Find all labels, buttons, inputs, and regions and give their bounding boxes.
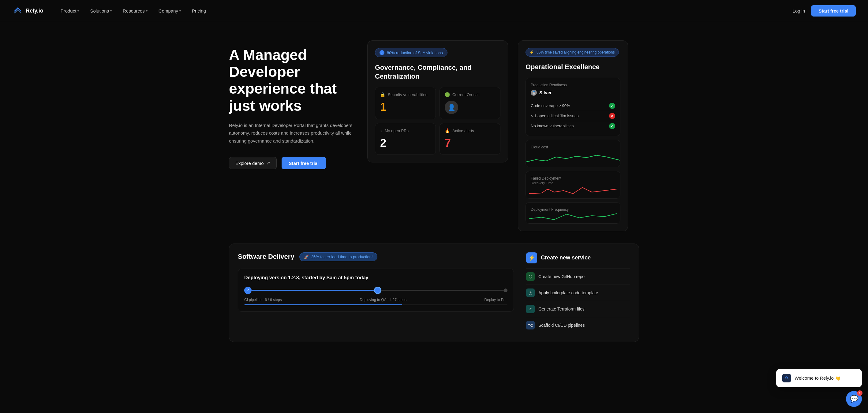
metrics-grid: 🔒 Security vulnerabilities 1 🟢 Current O… (375, 87, 500, 155)
silver-icon: 🥈 (531, 90, 537, 96)
check-pass-icon: ✓ (609, 103, 615, 109)
chat-bubble: Welcome to Rely.io 👋 (776, 369, 862, 387)
github-icon: ⬡ (526, 272, 535, 281)
chevron-down-icon: ▾ (78, 9, 79, 12)
nav-item-solutions[interactable]: Solutions ▾ (85, 6, 117, 16)
failed-deploy-title: Failed Deployment (531, 176, 615, 181)
delivery-header: Software Delivery 🚀 25% faster lead time… (238, 252, 514, 261)
navigation: Rely.io Product ▾ Solutions ▾ Resources … (0, 0, 868, 22)
oncall-icon: 🟢 (445, 92, 450, 97)
nav-item-product[interactable]: Product ▾ (56, 6, 84, 16)
nav-item-resources[interactable]: Resources ▾ (118, 6, 152, 16)
pipeline-progress-fill (244, 305, 402, 305)
hero-buttons: Explore demo ↗ Start free trial (229, 157, 358, 169)
nav-item-pricing[interactable]: Pricing (187, 6, 211, 16)
security-value: 1 (380, 101, 431, 114)
hero-title: A Managed Developer experience that just… (229, 46, 358, 114)
deploy-freq-box: Deployment Frequency (526, 202, 620, 224)
chat-widget: Welcome to Rely.io 👋 💬 1 (776, 369, 862, 407)
failed-deploy-chart (529, 185, 617, 197)
cloud-cost-box: Cloud cost (526, 140, 620, 167)
nav-links: Product ▾ Solutions ▾ Resources ▾ Compan… (56, 6, 793, 16)
service-item-cicd[interactable]: ⌥ Scaffold CI/CD pipelines (526, 317, 630, 333)
pipeline-step-active (374, 287, 381, 294)
lock-icon: 🔒 (380, 92, 385, 97)
metric-oncall: 🟢 Current On-call 👤 (439, 87, 500, 119)
nav-right: Log in Start free trial (793, 5, 856, 17)
pipeline-progress (244, 305, 507, 305)
failed-deploy-box: Failed Deployment Recovery Time (526, 171, 620, 198)
prod-readiness-title: Production Readiness (531, 83, 615, 87)
check-fail-icon: ✕ (609, 113, 615, 119)
service-title-text: Create new service (541, 255, 591, 261)
chevron-down-icon: ▾ (179, 9, 181, 12)
chat-open-button[interactable]: 💬 1 (846, 391, 862, 407)
pipeline-labels: CI pipeline - 6 / 6 steps Deploying to Q… (244, 298, 507, 302)
deploy-text: Deploying version 1.2.3, started by Sam … (244, 275, 507, 281)
alerts-value: 7 (445, 137, 495, 150)
chat-message: Welcome to Rely.io 👋 (795, 375, 841, 381)
delivery-left: Software Delivery 🚀 25% faster lead time… (238, 252, 514, 333)
metric-security: 🔒 Security vulnerabilities 1 (375, 87, 436, 119)
chat-logo (782, 374, 791, 382)
explore-demo-button[interactable]: Explore demo ↗ (229, 157, 277, 169)
rocket-icon: 🚀 (304, 255, 309, 259)
service-item-terraform[interactable]: ⟳ Generate Terraform files (526, 301, 630, 317)
metric-prs: ↕ My open PRs 2 (375, 123, 436, 155)
ops-badge-icon: ⚡ (529, 50, 534, 55)
cicd-icon: ⌥ (526, 321, 535, 329)
external-link-icon: ↗ (266, 160, 270, 166)
ops-title: Operational Excellence (526, 63, 620, 72)
governance-badge: ✓ 80% reduction of SLA violations (375, 48, 447, 57)
deploy-freq-chart (529, 211, 617, 222)
boilerplate-icon: ◎ (526, 288, 535, 297)
deploy-info-box: Deploying version 1.2.3, started by Sam … (238, 268, 514, 312)
pipeline-line-done (252, 290, 374, 291)
metric-header-alerts: 🔥 Active alerts (445, 128, 495, 133)
prod-readiness-box: Production Readiness 🥈 Silver Code cover… (526, 78, 620, 136)
check-vulnerabilities: No known vulnerabilities ✓ (531, 121, 615, 131)
pipeline-track: ✓ (244, 287, 507, 294)
login-link[interactable]: Log in (793, 8, 805, 13)
governance-title: Governance, Compliance, and Centralizati… (375, 63, 500, 81)
silver-text: Silver (539, 90, 552, 95)
fire-icon: 🔥 (445, 128, 450, 133)
chevron-down-icon: ▾ (146, 9, 148, 12)
metric-header-oncall: 🟢 Current On-call (445, 92, 495, 97)
chat-badge: 1 (857, 390, 863, 396)
pr-icon: ↕ (380, 128, 382, 133)
hero-trial-button[interactable]: Start free trial (282, 157, 326, 169)
pipeline-line-pending (381, 290, 504, 291)
hero-description: Rely.io is an Internal Developer Portal … (229, 122, 358, 145)
check-coverage: Code coverage ≥ 90% ✓ (531, 101, 615, 111)
logo-text: Rely.io (26, 8, 43, 14)
check-jira: < 1 open critical Jira issues ✕ (531, 111, 615, 121)
delivery-title: Software Delivery (238, 253, 294, 261)
metric-header-prs: ↕ My open PRs (380, 128, 431, 133)
operational-panel: ⚡ 85% time saved aligning engineering op… (518, 40, 628, 231)
start-trial-button[interactable]: Start free trial (811, 5, 856, 17)
chevron-down-icon: ▾ (110, 9, 112, 12)
metric-alerts: 🔥 Active alerts 7 (439, 123, 500, 155)
new-service-icon: ⚡ (526, 252, 537, 263)
delivery-badge: 🚀 25% faster lead time to production! (299, 252, 377, 261)
ops-badge: ⚡ 85% time saved aligning engineering op… (526, 48, 619, 57)
avatar: 👤 (445, 101, 458, 114)
main-content: A Managed Developer experience that just… (217, 22, 651, 244)
service-list-title: ⚡ Create new service (526, 252, 630, 263)
delivery-section: Software Delivery 🚀 25% faster lead time… (217, 244, 651, 354)
prs-value: 2 (380, 137, 431, 150)
logo[interactable]: Rely.io (12, 5, 43, 17)
terraform-icon: ⟳ (526, 305, 535, 313)
pipeline-step-pending (504, 288, 507, 292)
cloud-cost-chart (526, 150, 620, 167)
check-pass-icon-2: ✓ (609, 123, 615, 129)
hero-section: A Managed Developer experience that just… (229, 40, 358, 169)
delivery-right: ⚡ Create new service ⬡ Create new GitHub… (526, 252, 630, 333)
silver-badge: 🥈 Silver (531, 90, 615, 96)
nav-item-company[interactable]: Company ▾ (154, 6, 186, 16)
governance-panel: ✓ 80% reduction of SLA violations Govern… (367, 40, 508, 162)
cloud-cost-title: Cloud cost (531, 145, 615, 149)
service-item-github[interactable]: ⬡ Create new GitHub repo (526, 268, 630, 285)
service-item-boilerplate[interactable]: ◎ Apply boilerplate code template (526, 285, 630, 301)
